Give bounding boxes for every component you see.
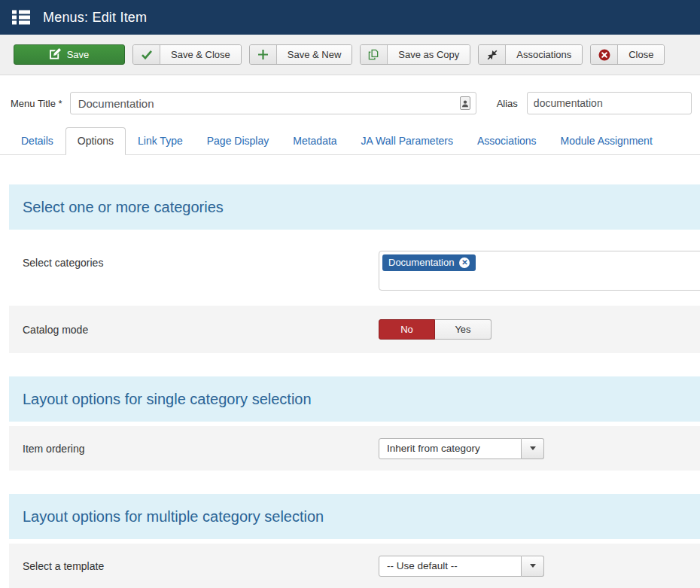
save-close-button-label: Save & Close [160, 45, 241, 64]
tab-page-display[interactable]: Page Display [195, 127, 282, 155]
associations-button[interactable]: Associations [478, 44, 583, 65]
section-header-single-category: Layout options for single category selec… [9, 376, 700, 422]
select-template-row: Select a template -- Use default -- [9, 544, 700, 588]
category-tag: Documentation ✕ [382, 254, 476, 271]
template-select-value: -- Use default -- [379, 556, 522, 577]
select-categories-label: Select categories [23, 251, 379, 269]
select-template-label: Select a template [23, 560, 379, 572]
tab-metadata[interactable]: Metadata [281, 127, 348, 155]
contract-arrows-icon [479, 45, 506, 64]
save-new-button[interactable]: Save & New [249, 44, 353, 65]
catalog-mode-yes-button[interactable]: Yes [435, 319, 492, 340]
tab-bar: Details Options Link Type Page Display M… [0, 128, 700, 155]
tab-module-assignment[interactable]: Module Assignment [549, 127, 665, 155]
section-spacer [9, 471, 700, 494]
tab-link-type[interactable]: Link Type [126, 127, 195, 155]
modal-user-icon[interactable] [460, 96, 470, 113]
catalog-mode-toggle: No Yes [379, 319, 492, 340]
category-tag-label: Documentation [388, 257, 454, 268]
edit-icon [50, 48, 61, 62]
alias-label: Alias [497, 98, 518, 109]
item-ordering-row: Item ordering Inherit from category [9, 426, 700, 471]
catalog-mode-label: Catalog mode [23, 324, 379, 336]
plus-icon [250, 45, 277, 64]
check-icon [133, 45, 160, 64]
save-close-button[interactable]: Save & Close [132, 44, 242, 65]
section-title: Layout options for single category selec… [23, 391, 312, 408]
chevron-down-icon[interactable] [522, 438, 544, 459]
menu-title-label: Menu Title * [11, 98, 62, 109]
alias-input[interactable] [527, 92, 692, 114]
save-copy-button-label: Save as Copy [388, 45, 470, 64]
section-title: Select one or more categories [23, 199, 224, 216]
catalog-mode-no-button[interactable]: No [379, 319, 435, 340]
close-circle-icon [591, 45, 618, 64]
app-header: Menus: Edit Item [0, 0, 700, 35]
item-ordering-value: Inherit from category [379, 438, 522, 459]
template-select[interactable]: -- Use default -- [379, 556, 544, 577]
menu-list-icon [12, 10, 30, 25]
tab-details[interactable]: Details [9, 127, 65, 155]
save-new-button-label: Save & New [277, 45, 352, 64]
section-header-categories: Select one or more categories [9, 184, 700, 230]
item-ordering-select[interactable]: Inherit from category [379, 438, 544, 459]
section-spacer [9, 353, 700, 376]
close-button[interactable]: Close [590, 44, 665, 65]
catalog-mode-row: Catalog mode No Yes [9, 306, 700, 353]
remove-tag-icon[interactable]: ✕ [459, 257, 470, 268]
associations-button-label: Associations [506, 45, 582, 64]
toolbar: Save Save & Close Save & New Save as Cop… [0, 35, 700, 75]
tab-options[interactable]: Options [65, 127, 126, 155]
tab-ja-wall-parameters[interactable]: JA Wall Parameters [349, 127, 465, 155]
chevron-down-icon[interactable] [522, 556, 544, 577]
options-panel: Select one or more categories Select cat… [9, 184, 700, 588]
section-header-multiple-category: Layout options for multiple category sel… [9, 494, 700, 539]
save-button-label: Save [67, 49, 90, 60]
title-alias-row: Menu Title * Alias [11, 89, 700, 117]
section-title: Layout options for multiple category sel… [23, 508, 324, 526]
save-button[interactable]: Save [14, 44, 125, 65]
select-categories-row: Select categories Documentation ✕ [9, 234, 700, 306]
item-ordering-label: Item ordering [23, 443, 379, 455]
page-title: Menus: Edit Item [43, 10, 147, 26]
categories-multiselect[interactable]: Documentation ✕ [379, 251, 700, 291]
tab-associations[interactable]: Associations [465, 127, 549, 155]
menu-title-input-wrap [70, 92, 476, 114]
close-button-label: Close [618, 45, 664, 64]
copy-icon [361, 45, 388, 64]
save-copy-button[interactable]: Save as Copy [360, 44, 470, 65]
menu-title-input[interactable] [70, 92, 476, 114]
